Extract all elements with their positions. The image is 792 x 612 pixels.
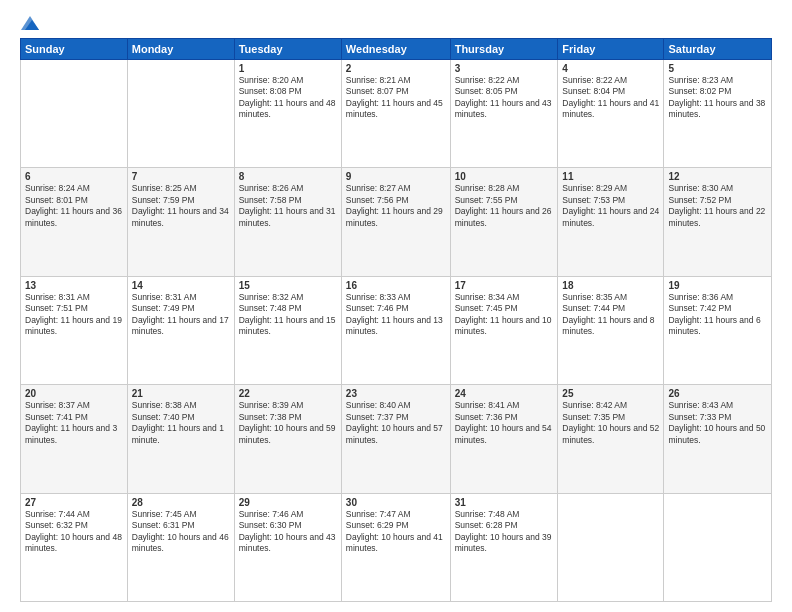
week-row-3: 13Sunrise: 8:31 AM Sunset: 7:51 PM Dayli… [21, 276, 772, 384]
day-info: Sunrise: 8:31 AM Sunset: 7:51 PM Dayligh… [25, 292, 123, 338]
calendar-cell [127, 60, 234, 168]
week-row-4: 20Sunrise: 8:37 AM Sunset: 7:41 PM Dayli… [21, 385, 772, 493]
day-number: 12 [668, 171, 767, 182]
weekday-header-sunday: Sunday [21, 39, 128, 60]
calendar-cell: 24Sunrise: 8:41 AM Sunset: 7:36 PM Dayli… [450, 385, 558, 493]
day-number: 21 [132, 388, 230, 399]
logo-icon [21, 16, 39, 30]
day-info: Sunrise: 8:22 AM Sunset: 8:05 PM Dayligh… [455, 75, 554, 121]
weekday-header-monday: Monday [127, 39, 234, 60]
day-number: 14 [132, 280, 230, 291]
day-info: Sunrise: 8:29 AM Sunset: 7:53 PM Dayligh… [562, 183, 659, 229]
day-number: 22 [239, 388, 337, 399]
calendar-cell: 2Sunrise: 8:21 AM Sunset: 8:07 PM Daylig… [341, 60, 450, 168]
day-info: Sunrise: 8:39 AM Sunset: 7:38 PM Dayligh… [239, 400, 337, 446]
day-info: Sunrise: 8:30 AM Sunset: 7:52 PM Dayligh… [668, 183, 767, 229]
day-number: 27 [25, 497, 123, 508]
day-number: 20 [25, 388, 123, 399]
calendar-cell: 17Sunrise: 8:34 AM Sunset: 7:45 PM Dayli… [450, 276, 558, 384]
calendar-cell: 20Sunrise: 8:37 AM Sunset: 7:41 PM Dayli… [21, 385, 128, 493]
day-number: 17 [455, 280, 554, 291]
day-number: 10 [455, 171, 554, 182]
day-info: Sunrise: 8:41 AM Sunset: 7:36 PM Dayligh… [455, 400, 554, 446]
calendar-cell: 8Sunrise: 8:26 AM Sunset: 7:58 PM Daylig… [234, 168, 341, 276]
calendar-cell: 12Sunrise: 8:30 AM Sunset: 7:52 PM Dayli… [664, 168, 772, 276]
calendar-cell: 5Sunrise: 8:23 AM Sunset: 8:02 PM Daylig… [664, 60, 772, 168]
calendar-cell: 29Sunrise: 7:46 AM Sunset: 6:30 PM Dayli… [234, 493, 341, 601]
day-info: Sunrise: 8:38 AM Sunset: 7:40 PM Dayligh… [132, 400, 230, 446]
day-info: Sunrise: 8:25 AM Sunset: 7:59 PM Dayligh… [132, 183, 230, 229]
day-info: Sunrise: 8:24 AM Sunset: 8:01 PM Dayligh… [25, 183, 123, 229]
day-info: Sunrise: 8:35 AM Sunset: 7:44 PM Dayligh… [562, 292, 659, 338]
calendar-cell: 3Sunrise: 8:22 AM Sunset: 8:05 PM Daylig… [450, 60, 558, 168]
calendar-cell: 16Sunrise: 8:33 AM Sunset: 7:46 PM Dayli… [341, 276, 450, 384]
logo-text [20, 16, 39, 30]
day-number: 16 [346, 280, 446, 291]
calendar-cell [21, 60, 128, 168]
day-info: Sunrise: 8:36 AM Sunset: 7:42 PM Dayligh… [668, 292, 767, 338]
day-number: 15 [239, 280, 337, 291]
day-number: 4 [562, 63, 659, 74]
calendar-cell: 18Sunrise: 8:35 AM Sunset: 7:44 PM Dayli… [558, 276, 664, 384]
week-row-2: 6Sunrise: 8:24 AM Sunset: 8:01 PM Daylig… [21, 168, 772, 276]
calendar-cell: 1Sunrise: 8:20 AM Sunset: 8:08 PM Daylig… [234, 60, 341, 168]
day-info: Sunrise: 8:28 AM Sunset: 7:55 PM Dayligh… [455, 183, 554, 229]
day-number: 8 [239, 171, 337, 182]
calendar-cell: 22Sunrise: 8:39 AM Sunset: 7:38 PM Dayli… [234, 385, 341, 493]
day-number: 31 [455, 497, 554, 508]
day-number: 2 [346, 63, 446, 74]
day-number: 25 [562, 388, 659, 399]
calendar-cell: 14Sunrise: 8:31 AM Sunset: 7:49 PM Dayli… [127, 276, 234, 384]
day-info: Sunrise: 8:31 AM Sunset: 7:49 PM Dayligh… [132, 292, 230, 338]
day-info: Sunrise: 8:32 AM Sunset: 7:48 PM Dayligh… [239, 292, 337, 338]
day-info: Sunrise: 7:47 AM Sunset: 6:29 PM Dayligh… [346, 509, 446, 555]
calendar-cell: 31Sunrise: 7:48 AM Sunset: 6:28 PM Dayli… [450, 493, 558, 601]
calendar-cell: 6Sunrise: 8:24 AM Sunset: 8:01 PM Daylig… [21, 168, 128, 276]
day-number: 30 [346, 497, 446, 508]
day-info: Sunrise: 8:27 AM Sunset: 7:56 PM Dayligh… [346, 183, 446, 229]
day-number: 13 [25, 280, 123, 291]
day-info: Sunrise: 8:37 AM Sunset: 7:41 PM Dayligh… [25, 400, 123, 446]
weekday-header-wednesday: Wednesday [341, 39, 450, 60]
calendar-cell: 13Sunrise: 8:31 AM Sunset: 7:51 PM Dayli… [21, 276, 128, 384]
day-info: Sunrise: 7:44 AM Sunset: 6:32 PM Dayligh… [25, 509, 123, 555]
day-number: 23 [346, 388, 446, 399]
calendar-cell: 26Sunrise: 8:43 AM Sunset: 7:33 PM Dayli… [664, 385, 772, 493]
day-info: Sunrise: 8:22 AM Sunset: 8:04 PM Dayligh… [562, 75, 659, 121]
calendar-cell: 30Sunrise: 7:47 AM Sunset: 6:29 PM Dayli… [341, 493, 450, 601]
day-number: 1 [239, 63, 337, 74]
calendar-cell: 28Sunrise: 7:45 AM Sunset: 6:31 PM Dayli… [127, 493, 234, 601]
calendar-cell: 15Sunrise: 8:32 AM Sunset: 7:48 PM Dayli… [234, 276, 341, 384]
day-info: Sunrise: 8:21 AM Sunset: 8:07 PM Dayligh… [346, 75, 446, 121]
day-number: 28 [132, 497, 230, 508]
page: SundayMondayTuesdayWednesdayThursdayFrid… [0, 0, 792, 612]
week-row-5: 27Sunrise: 7:44 AM Sunset: 6:32 PM Dayli… [21, 493, 772, 601]
day-info: Sunrise: 8:20 AM Sunset: 8:08 PM Dayligh… [239, 75, 337, 121]
calendar-cell [664, 493, 772, 601]
day-number: 5 [668, 63, 767, 74]
day-number: 26 [668, 388, 767, 399]
day-number: 24 [455, 388, 554, 399]
calendar-cell: 9Sunrise: 8:27 AM Sunset: 7:56 PM Daylig… [341, 168, 450, 276]
calendar-cell: 11Sunrise: 8:29 AM Sunset: 7:53 PM Dayli… [558, 168, 664, 276]
calendar-cell: 4Sunrise: 8:22 AM Sunset: 8:04 PM Daylig… [558, 60, 664, 168]
weekday-header-saturday: Saturday [664, 39, 772, 60]
calendar-cell: 21Sunrise: 8:38 AM Sunset: 7:40 PM Dayli… [127, 385, 234, 493]
day-number: 19 [668, 280, 767, 291]
calendar-cell: 25Sunrise: 8:42 AM Sunset: 7:35 PM Dayli… [558, 385, 664, 493]
weekday-header-tuesday: Tuesday [234, 39, 341, 60]
calendar-cell [558, 493, 664, 601]
day-info: Sunrise: 8:43 AM Sunset: 7:33 PM Dayligh… [668, 400, 767, 446]
weekday-header-thursday: Thursday [450, 39, 558, 60]
day-info: Sunrise: 7:46 AM Sunset: 6:30 PM Dayligh… [239, 509, 337, 555]
day-number: 6 [25, 171, 123, 182]
day-number: 11 [562, 171, 659, 182]
calendar-cell: 27Sunrise: 7:44 AM Sunset: 6:32 PM Dayli… [21, 493, 128, 601]
day-number: 29 [239, 497, 337, 508]
week-row-1: 1Sunrise: 8:20 AM Sunset: 8:08 PM Daylig… [21, 60, 772, 168]
day-info: Sunrise: 8:34 AM Sunset: 7:45 PM Dayligh… [455, 292, 554, 338]
header [20, 16, 772, 30]
day-info: Sunrise: 7:45 AM Sunset: 6:31 PM Dayligh… [132, 509, 230, 555]
calendar-cell: 10Sunrise: 8:28 AM Sunset: 7:55 PM Dayli… [450, 168, 558, 276]
weekday-header-friday: Friday [558, 39, 664, 60]
